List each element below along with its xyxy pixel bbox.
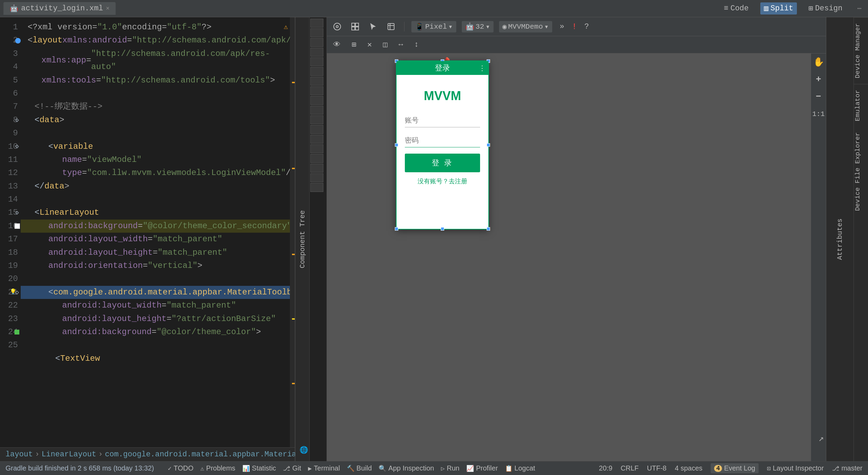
constraints-button[interactable]: ✕ <box>365 39 374 51</box>
sel-handle-bm[interactable] <box>441 227 444 231</box>
thumbnail-7[interactable] <box>310 77 323 86</box>
code-line-18: android:orientation="vertical"> <box>21 259 295 272</box>
design-view-button[interactable]: ⊞ Design <box>805 2 846 14</box>
thumbnail-12[interactable] <box>310 125 323 134</box>
theme-dropdown[interactable]: ◉ MVVMDemo ▾ <box>499 21 552 32</box>
svg-rect-3 <box>355 23 359 26</box>
component-tree-label: Component Tree <box>299 210 306 268</box>
toggle-view-button[interactable] <box>349 21 361 32</box>
diagonal-arrow-icon[interactable]: ↗ <box>818 433 824 444</box>
username-input[interactable] <box>405 114 480 127</box>
zoom-out-button[interactable]: − <box>811 88 826 105</box>
register-link[interactable]: 没有账号？去注册 <box>405 177 480 185</box>
hand-tool-button[interactable]: ✋ <box>811 54 826 71</box>
thumbnail-16[interactable] <box>310 164 323 173</box>
mobile-topbar: 登录 ⋮ <box>397 61 488 75</box>
palette-button[interactable] <box>331 21 343 32</box>
terminal-tab[interactable]: ▶ Terminal <box>308 464 340 472</box>
eye-button[interactable]: 👁 <box>331 39 343 51</box>
thumbnail-6[interactable] <box>310 67 323 76</box>
expand-button[interactable]: » <box>558 21 566 32</box>
code-line-20: ◇ 💡 <com.google.android.material.appbar.… <box>21 286 295 299</box>
thumbnail-1[interactable] <box>310 19 323 28</box>
build-tab[interactable]: 🔨 Build <box>347 464 372 472</box>
sel-handle-ml[interactable] <box>395 143 398 147</box>
split-view-button[interactable]: ▥ Split <box>760 2 797 14</box>
thumbnail-13[interactable] <box>310 135 323 144</box>
select-tool-button[interactable] <box>367 21 379 32</box>
code-view-button[interactable]: ≡ Code <box>720 3 752 14</box>
sel-handle-br[interactable] <box>487 227 490 231</box>
thumbnail-2[interactable] <box>310 28 323 37</box>
zoom-in-button[interactable]: + <box>811 71 826 88</box>
thumbnail-8[interactable] <box>310 86 323 95</box>
line-numbers: 12345 678910 1112131415 1617181920 21222… <box>0 17 21 356</box>
pan-tool-button[interactable] <box>385 21 397 32</box>
app-inspection-icon: 🔍 <box>379 465 386 472</box>
problems-tab[interactable]: ⚠ Problems <box>201 464 235 472</box>
grid-button[interactable]: ⊞ <box>350 39 358 51</box>
editor-content[interactable]: 12345 678910 1112131415 1617181920 21222… <box>0 17 295 447</box>
problems-label: Problems <box>206 464 235 472</box>
code-line-19 <box>21 272 295 285</box>
password-input[interactable] <box>405 134 480 147</box>
file-tab[interactable]: 🤖 activity_login.xml × <box>3 2 116 15</box>
thumbnail-11[interactable] <box>310 115 323 124</box>
reset-zoom-button[interactable]: 1:1 <box>811 105 826 123</box>
run-tab[interactable]: ▷ Run <box>441 464 460 472</box>
breadcrumb-layout[interactable]: layout <box>6 450 33 459</box>
thumbnail-5[interactable] <box>310 57 323 66</box>
thumbnail-14[interactable] <box>310 144 323 153</box>
statistic-tab[interactable]: 📊 Statistic <box>242 464 276 472</box>
device-manager-button[interactable]: Device Manager <box>854 17 868 84</box>
register-text-prefix: 没有账号？去 <box>418 178 455 185</box>
logcat-tab[interactable]: 📋 Logcat <box>505 464 535 472</box>
device-file-explorer-button[interactable]: Device File Explorer <box>854 127 868 216</box>
layout-inspector-label: Layout Inspector <box>773 464 824 472</box>
h-expand-button[interactable]: ↔ <box>397 39 405 50</box>
login-button[interactable]: 登 录 <box>405 154 480 172</box>
sel-handle-mr[interactable] <box>487 143 490 147</box>
thumbnail-10[interactable] <box>310 106 323 115</box>
event-log-button[interactable]: 4 Event Log <box>711 463 759 473</box>
code-text[interactable]: <?xml version="1.0" encoding="utf-8"?> ⚠… <box>21 17 295 369</box>
profiler-tab[interactable]: 📈 Profiler <box>466 464 498 472</box>
design-canvas[interactable]: 📌 登录 ⋮ <box>327 54 826 461</box>
register-link-action[interactable]: 注册 <box>455 178 467 185</box>
thumbnail-9[interactable] <box>310 96 323 105</box>
terminal-label: Terminal <box>314 464 340 472</box>
code-label: Code <box>730 4 749 13</box>
thumbnail-17[interactable] <box>310 173 323 182</box>
help-button[interactable]: ? <box>582 21 591 32</box>
api-dropdown[interactable]: 🤖 32 ▾ <box>462 21 494 32</box>
emulator-button[interactable]: Emulator <box>854 84 868 127</box>
layout-inspector-button[interactable]: ⊡ Layout Inspector <box>767 464 824 472</box>
git-tab[interactable]: ⎇ Git <box>283 464 301 472</box>
breadcrumb-linearlayout[interactable]: LinearLayout <box>41 450 96 459</box>
error-badge[interactable]: ! <box>572 22 577 31</box>
build-message: Gradle build finished in 2 s 658 ms (tod… <box>6 464 154 472</box>
run-icon: ▷ <box>441 465 445 472</box>
ct-bottom-icon: 🌐 <box>310 446 311 454</box>
scroll-area[interactable] <box>290 17 295 447</box>
thumbnail-15[interactable] <box>310 154 323 163</box>
code-line-15: android:background="@color/theme_color_s… <box>21 220 295 233</box>
svg-rect-5 <box>355 27 359 30</box>
mobile-preview: 登录 ⋮ MVVM 登 录 没有账号？去注册 <box>396 60 489 230</box>
snap-button[interactable]: ◫ <box>381 39 390 51</box>
todo-label: TODO <box>174 464 193 472</box>
logcat-icon: 📋 <box>505 465 513 472</box>
component-tree-panel: Component Tree <box>295 17 310 461</box>
tab-close-button[interactable]: × <box>106 5 110 12</box>
thumbnail-18[interactable] <box>310 183 323 192</box>
split-icon: ▥ <box>764 4 768 13</box>
thumbnail-4[interactable] <box>310 48 323 57</box>
app-inspection-tab[interactable]: 🔍 App Inspection <box>379 464 434 472</box>
editor-panel: 12345 678910 1112131415 1617181920 21222… <box>0 17 295 461</box>
v-expand-button[interactable]: ↕ <box>412 39 421 50</box>
sel-handle-bl[interactable] <box>395 227 398 231</box>
thumbnail-3[interactable] <box>310 38 323 47</box>
todo-tab[interactable]: ✓ TODO <box>168 464 193 472</box>
branch-indicator[interactable]: ⎇ master <box>832 464 862 472</box>
device-dropdown[interactable]: 📱 Pixel ▾ <box>411 21 456 32</box>
